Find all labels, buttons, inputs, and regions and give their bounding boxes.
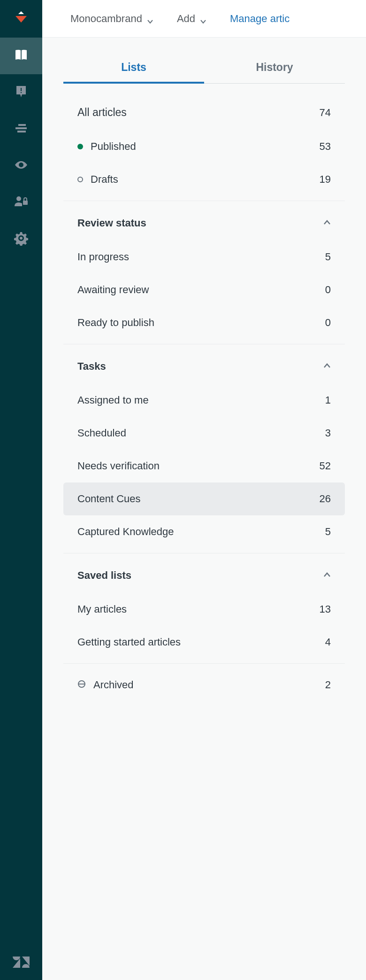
row-count: 3 xyxy=(325,427,331,439)
row-count: 74 xyxy=(320,107,331,119)
row-label: Scheduled xyxy=(77,427,126,439)
row-getting-started-articles[interactable]: Getting started articles 4 xyxy=(63,626,345,659)
brand-label: Monocambrand xyxy=(70,13,142,25)
row-count: 53 xyxy=(320,140,331,153)
row-needs-verification[interactable]: Needs verification 52 xyxy=(63,450,345,482)
svg-marker-0 xyxy=(18,11,24,14)
section-tasks: Tasks Assigned to me 1 Scheduled 3 Needs… xyxy=(63,344,345,553)
section-saved-lists: Saved lists My articles 13 Getting start… xyxy=(63,553,345,664)
svg-rect-8 xyxy=(23,201,28,205)
brand-dropdown[interactable]: Monocambrand xyxy=(70,13,153,25)
svg-rect-6 xyxy=(17,131,26,132)
sidebar-nav xyxy=(0,0,42,980)
row-count: 19 xyxy=(320,173,331,186)
sidebar-item-knowledge[interactable] xyxy=(0,38,42,74)
row-count: 4 xyxy=(325,636,331,648)
tabs: Lists History xyxy=(63,61,345,84)
row-label: Awaiting review xyxy=(77,284,149,296)
section-header-review-status[interactable]: Review status xyxy=(63,206,345,241)
chevron-up-icon xyxy=(323,360,331,373)
tab-lists[interactable]: Lists xyxy=(63,61,204,83)
row-count: 26 xyxy=(320,493,331,505)
section-title: Review status xyxy=(77,217,146,229)
tab-history[interactable]: History xyxy=(204,61,345,83)
chevron-up-icon xyxy=(323,217,331,229)
row-label: Drafts xyxy=(91,173,118,186)
logo-icon xyxy=(13,9,30,28)
add-dropdown[interactable]: Add xyxy=(177,13,206,25)
row-count: 5 xyxy=(325,526,331,538)
sidebar-item-settings[interactable] xyxy=(0,221,42,257)
row-count: 2 xyxy=(325,679,331,691)
svg-rect-2 xyxy=(21,88,22,91)
flag-alert-icon xyxy=(14,84,29,101)
book-open-icon xyxy=(14,47,29,64)
row-in-progress[interactable]: In progress 5 xyxy=(63,241,345,273)
chevron-down-icon xyxy=(200,16,206,22)
topbar: Monocambrand Add Manage artic xyxy=(42,0,366,38)
svg-marker-1 xyxy=(15,16,27,23)
row-count: 0 xyxy=(325,284,331,296)
row-count: 52 xyxy=(320,460,331,472)
row-label: Needs verification xyxy=(77,460,160,472)
logo[interactable] xyxy=(0,0,42,38)
row-scheduled[interactable]: Scheduled 3 xyxy=(63,417,345,450)
section-header-saved-lists[interactable]: Saved lists xyxy=(63,558,345,593)
section-review-status: Review status In progress 5 Awaiting rev… xyxy=(63,201,345,344)
row-awaiting-review[interactable]: Awaiting review 0 xyxy=(63,273,345,306)
row-label: Published xyxy=(91,140,136,153)
row-count: 1 xyxy=(325,394,331,406)
sidebar-item-views[interactable] xyxy=(0,148,42,184)
row-label: Archived xyxy=(93,679,134,691)
archive-icon xyxy=(77,679,86,691)
manage-label: Manage artic xyxy=(230,13,290,25)
status-dot-published-icon xyxy=(77,144,83,149)
chevron-up-icon xyxy=(323,569,331,582)
row-label: In progress xyxy=(77,251,129,263)
row-label: All articles xyxy=(77,106,127,119)
main-content: Monocambrand Add Manage artic Lists Hist… xyxy=(42,0,366,980)
sidebar-item-arrange[interactable] xyxy=(0,111,42,148)
chevron-down-icon xyxy=(147,16,153,22)
add-label: Add xyxy=(177,13,195,25)
row-all-articles[interactable]: All articles 74 xyxy=(63,95,345,130)
user-lock-icon xyxy=(14,194,29,211)
eye-icon xyxy=(14,157,29,174)
row-captured-knowledge[interactable]: Captured Knowledge 5 xyxy=(63,515,345,548)
row-label: Ready to publish xyxy=(77,317,154,329)
svg-rect-3 xyxy=(21,92,22,93)
row-label: My articles xyxy=(77,603,127,615)
row-label: Captured Knowledge xyxy=(77,526,174,538)
sidebar-item-permissions[interactable] xyxy=(0,184,42,221)
row-label: Assigned to me xyxy=(77,394,149,406)
row-my-articles[interactable]: My articles 13 xyxy=(63,593,345,626)
section-title: Tasks xyxy=(77,360,106,373)
row-drafts[interactable]: Drafts 19 xyxy=(63,163,345,196)
gear-icon xyxy=(14,231,29,248)
sidebar-item-moderation[interactable] xyxy=(0,74,42,111)
row-count: 0 xyxy=(325,317,331,329)
sidebar-product-logo[interactable] xyxy=(0,955,42,972)
row-count: 13 xyxy=(320,603,331,615)
status-dot-draft-icon xyxy=(77,177,83,182)
section-archived: Archived 2 xyxy=(63,664,345,706)
list-icon xyxy=(14,121,29,138)
row-ready-to-publish[interactable]: Ready to publish 0 xyxy=(63,306,345,339)
section-title: Saved lists xyxy=(77,569,131,582)
zendesk-icon xyxy=(13,955,30,972)
row-assigned-to-me[interactable]: Assigned to me 1 xyxy=(63,384,345,417)
svg-rect-5 xyxy=(15,127,27,129)
row-label: Getting started articles xyxy=(77,636,181,648)
section-articles: All articles 74 Published 53 Drafts 19 xyxy=(63,84,345,201)
row-count: 5 xyxy=(325,251,331,263)
svg-point-7 xyxy=(16,196,21,201)
row-published[interactable]: Published 53 xyxy=(63,130,345,163)
sidebar-lists-panel: Lists History All articles 74 Published … xyxy=(42,38,366,706)
manage-articles-link[interactable]: Manage artic xyxy=(230,13,290,25)
svg-rect-4 xyxy=(18,124,26,126)
row-archived[interactable]: Archived 2 xyxy=(63,669,345,701)
row-label: Content Cues xyxy=(77,493,141,505)
row-content-cues[interactable]: Content Cues 26 xyxy=(63,482,345,515)
section-header-tasks[interactable]: Tasks xyxy=(63,349,345,384)
